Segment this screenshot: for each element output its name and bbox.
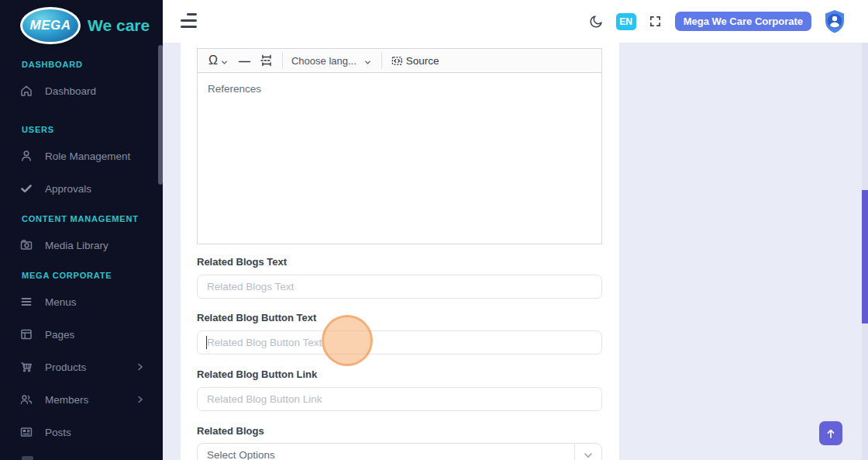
- user-shield-avatar[interactable]: [823, 9, 846, 34]
- sidebar-item-dashboard[interactable]: Dashboard: [0, 81, 163, 101]
- page-scrollbar-track[interactable]: [862, 43, 868, 460]
- special-characters-button[interactable]: Ω: [204, 50, 234, 71]
- related-blogs-label: Related Blogs: [197, 425, 264, 437]
- rich-text-editor: Ω — Choose lang... Source: [197, 48, 602, 244]
- menu-lines-icon: [19, 295, 33, 309]
- related-blog-button-text-input[interactable]: [197, 330, 602, 355]
- related-blog-button-link-label: Related Blog Button Link: [197, 368, 317, 380]
- sidebar-item-approvals[interactable]: Approvals: [0, 178, 163, 199]
- sidebar-item-members[interactable]: Members: [0, 389, 163, 410]
- menu-toggle-icon[interactable]: [181, 13, 197, 29]
- newspaper-icon: [19, 425, 33, 439]
- app-logo[interactable]: MEGA We care: [20, 7, 150, 44]
- fullscreen-icon[interactable]: [648, 14, 663, 29]
- section-content-management: CONTENT MANAGEMENT: [22, 214, 139, 223]
- chevron-down-icon: [582, 449, 594, 460]
- editor-text: References: [208, 83, 591, 95]
- source-button[interactable]: Source: [386, 50, 444, 71]
- section-dashboard: DASHBOARD: [22, 60, 83, 69]
- page-break-button[interactable]: [255, 50, 278, 71]
- chevron-right-icon: [135, 361, 146, 372]
- scroll-to-top-button[interactable]: [819, 421, 842, 445]
- related-blogs-select[interactable]: Select Options: [197, 443, 602, 460]
- sidebar-scrollbar-thumb[interactable]: [158, 45, 163, 185]
- layout-icon: [19, 327, 33, 341]
- check-icon: [19, 182, 33, 195]
- topbar: EN Mega We Care Corporate: [163, 0, 868, 43]
- language-badge[interactable]: EN: [616, 13, 636, 30]
- text-cursor: [206, 336, 207, 349]
- related-blog-button-link-input[interactable]: [197, 387, 602, 411]
- toolbar-divider: [282, 52, 283, 69]
- section-users: USERS: [22, 125, 54, 134]
- camera-icon: [19, 238, 33, 252]
- home-icon: [19, 84, 33, 98]
- chevron-down-icon: [220, 56, 229, 65]
- editor-content-area[interactable]: References: [198, 73, 601, 244]
- sidebar-item-menus[interactable]: Menus: [0, 292, 163, 312]
- related-blog-button-text-label: Related Blog Button Text: [197, 312, 316, 323]
- chevron-down-icon: [363, 56, 373, 65]
- select-divider: [574, 444, 575, 460]
- related-blogs-text-input[interactable]: [197, 275, 602, 299]
- editor-toolbar: Ω — Choose lang... Source: [198, 49, 601, 73]
- moon-icon[interactable]: [589, 14, 604, 29]
- chevron-right-icon: [135, 394, 146, 405]
- logo-tagline: We care: [88, 16, 150, 35]
- horizontal-line-button[interactable]: —: [234, 50, 255, 71]
- user-icon: [19, 149, 33, 163]
- sidebar-item-role-management[interactable]: Role Management: [0, 146, 163, 166]
- toolbar-divider: [381, 52, 382, 69]
- mega-logo-icon: MEGA: [20, 7, 81, 44]
- related-blogs-text-label: Related Blogs Text: [197, 256, 287, 268]
- page-scrollbar-thumb[interactable]: [862, 190, 868, 323]
- people-icon: [19, 393, 33, 406]
- language-dropdown[interactable]: Choose lang...: [287, 50, 377, 71]
- sidebar-item-products[interactable]: Products: [0, 357, 163, 377]
- sidebar: MEGA We care DASHBOARD Dashboard USERS R…: [0, 0, 163, 460]
- workspace-button[interactable]: Mega We Care Corporate: [675, 12, 811, 31]
- cart-icon: [19, 360, 33, 374]
- partial-next-item-icon: [22, 456, 33, 460]
- sidebar-item-pages[interactable]: Pages: [0, 324, 163, 344]
- sidebar-item-posts[interactable]: Posts: [0, 422, 163, 442]
- section-mega-corporate: MEGA CORPORATE: [22, 271, 112, 280]
- sidebar-item-media-library[interactable]: Media Library: [0, 235, 163, 255]
